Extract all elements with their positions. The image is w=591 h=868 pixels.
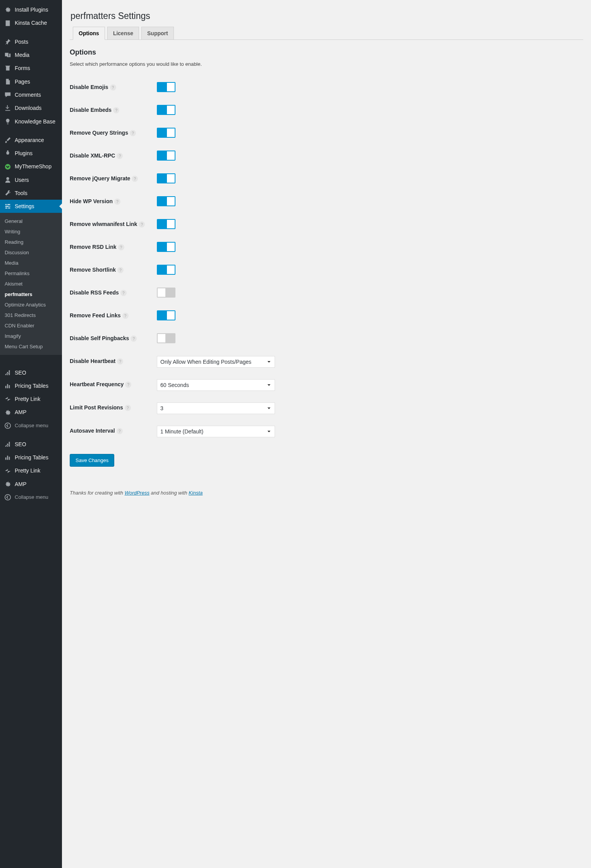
toggle-remove-feed-links[interactable]	[157, 310, 175, 320]
sidebar-item-install-plugins[interactable]: Install Plugins	[0, 3, 62, 16]
sidebar-item-seo[interactable]: SEO	[0, 438, 62, 451]
sidebar-item-label: Posts	[15, 39, 28, 45]
sidebar-item-label: Pricing Tables	[15, 383, 48, 389]
help-icon[interactable]: ?	[113, 107, 119, 113]
toggle-remove-rsd-link[interactable]	[157, 242, 175, 252]
bars-icon	[4, 454, 12, 461]
sidebar-item-knowledge-base[interactable]: Knowledge Base	[0, 115, 62, 128]
sliders-icon	[4, 203, 12, 210]
sidebar-item-downloads[interactable]: Downloads	[0, 101, 62, 115]
toggle-remove-shortlink[interactable]	[157, 265, 175, 275]
sidebar-item-amp[interactable]: AMP	[0, 478, 62, 491]
help-icon[interactable]: ?	[117, 358, 123, 365]
toggle-remove-wlwmanifest-link[interactable]	[157, 219, 175, 229]
sidebar-item-plugins[interactable]: Plugins	[0, 147, 62, 160]
help-icon[interactable]: ?	[139, 221, 145, 228]
select-heartbeat-frequency[interactable]: 60 Seconds	[157, 379, 275, 391]
sidebar-item-label: Users	[15, 177, 29, 183]
toggle-remove-jquery-migrate[interactable]	[157, 173, 175, 183]
submenu-item-menu-cart-setup[interactable]: Menu Cart Setup	[0, 341, 62, 352]
help-icon[interactable]: ?	[125, 382, 131, 388]
sidebar-item-label: Forms	[15, 65, 30, 71]
sidebar-item-settings[interactable]: Settings	[0, 200, 62, 213]
sidebar-item-label: Comments	[15, 92, 41, 98]
sidebar-item-label: MyThemeShop	[15, 163, 52, 169]
tab-license[interactable]: License	[107, 27, 139, 40]
submenu-item-imagify[interactable]: Imagify	[0, 331, 62, 341]
sidebar-item-pricing-tables[interactable]: Pricing Tables	[0, 451, 62, 464]
sidebar-item-collapse-menu[interactable]: Collapse menu	[0, 491, 62, 504]
wordpress-link[interactable]: WordPress	[125, 490, 149, 496]
sidebar-item-users[interactable]: Users	[0, 173, 62, 187]
sidebar-item-mythemeshop[interactable]: MyThemeShop	[0, 160, 62, 173]
select-disable-heartbeat[interactable]: Only Allow When Editing Posts/Pages	[157, 356, 275, 368]
option-label: Remove wlwmanifest Link?	[70, 213, 157, 236]
seo-icon	[4, 369, 12, 376]
submenu-item-akismet[interactable]: Akismet	[0, 279, 62, 289]
sidebar-item-label: Media	[15, 52, 29, 58]
option-label: Disable Heartbeat?	[70, 350, 157, 373]
help-icon[interactable]: ?	[125, 405, 131, 411]
admin-sidebar: Install PluginsKinsta CachePostsMediaFor…	[0, 0, 62, 868]
tab-options[interactable]: Options	[73, 27, 105, 40]
sidebar-item-amp[interactable]: AMP	[0, 406, 62, 419]
section-description: Select which performance options you wou…	[70, 61, 583, 67]
submenu-item-media[interactable]: Media	[0, 258, 62, 268]
submenu-item-301-redirects[interactable]: 301 Redirects	[0, 310, 62, 320]
save-changes-button[interactable]: Save Changes	[70, 454, 114, 467]
option-label: Remove Query Strings?	[70, 122, 157, 145]
toggle-remove-query-strings[interactable]	[157, 128, 175, 138]
star-icon	[4, 467, 12, 474]
toggle-disable-rss-feeds[interactable]	[157, 288, 175, 298]
sidebar-item-pretty-link[interactable]: Pretty Link	[0, 464, 62, 477]
help-icon[interactable]: ?	[117, 428, 123, 434]
submenu-item-cdn-enabler[interactable]: CDN Enabler	[0, 320, 62, 331]
toggle-hide-wp-version[interactable]	[157, 196, 175, 206]
help-icon[interactable]: ?	[122, 313, 129, 319]
kinsta-link[interactable]: Kinsta	[189, 490, 203, 496]
sidebar-item-label: Knowledge Base	[15, 118, 55, 125]
select-autosave-interval[interactable]: 1 Minute (Default)	[157, 426, 275, 437]
toggle-disable-emojis[interactable]	[157, 82, 175, 92]
toggle-disable-xml-rpc[interactable]	[157, 151, 175, 161]
sidebar-item-posts[interactable]: Posts	[0, 35, 62, 48]
help-icon[interactable]: ?	[130, 130, 136, 136]
help-icon[interactable]: ?	[131, 336, 137, 342]
submenu-item-permalinks[interactable]: Permalinks	[0, 268, 62, 279]
sidebar-item-pretty-link[interactable]: Pretty Link	[0, 392, 62, 406]
submenu-item-general[interactable]: General	[0, 216, 62, 226]
sidebar-item-label: Install Plugins	[15, 7, 48, 13]
submenu-item-reading[interactable]: Reading	[0, 237, 62, 247]
help-icon[interactable]: ?	[117, 153, 123, 159]
sidebar-item-forms[interactable]: Forms	[0, 62, 62, 75]
svg-point-1	[5, 495, 10, 500]
sidebar-item-pages[interactable]: Pages	[0, 75, 62, 88]
help-icon[interactable]: ?	[114, 199, 120, 205]
submenu-item-writing[interactable]: Writing	[0, 226, 62, 237]
sidebar-item-tools[interactable]: Tools	[0, 187, 62, 200]
submenu-item-discussion[interactable]: Discussion	[0, 247, 62, 258]
submenu-item-optimize-analytics[interactable]: Optimize Analytics	[0, 300, 62, 310]
help-icon[interactable]: ?	[132, 176, 138, 182]
sidebar-item-label: Pretty Link	[15, 396, 40, 402]
help-icon[interactable]: ?	[120, 290, 127, 296]
sidebar-item-kinsta-cache[interactable]: Kinsta Cache	[0, 16, 62, 29]
select-limit-post-revisions[interactable]: 3	[157, 402, 275, 414]
help-icon[interactable]: ?	[118, 244, 124, 250]
option-label: Hide WP Version?	[70, 190, 157, 213]
sidebar-item-appearance[interactable]: Appearance	[0, 134, 62, 147]
help-icon[interactable]: ?	[117, 267, 124, 273]
sidebar-item-pricing-tables[interactable]: Pricing Tables	[0, 379, 62, 392]
download-icon	[4, 104, 12, 111]
sidebar-item-media[interactable]: Media	[0, 48, 62, 62]
page-title: perfmatters Settings	[70, 11, 583, 21]
toggle-disable-self-pingbacks[interactable]	[157, 333, 175, 343]
tab-support[interactable]: Support	[141, 27, 174, 40]
submenu-item-perfmatters[interactable]: perfmatters	[0, 289, 62, 300]
sidebar-item-seo[interactable]: SEO	[0, 366, 62, 379]
sidebar-item-label: Plugins	[15, 150, 33, 156]
help-icon[interactable]: ?	[110, 84, 116, 91]
toggle-disable-embeds[interactable]	[157, 105, 175, 115]
sidebar-item-collapse-menu[interactable]: Collapse menu	[0, 419, 62, 432]
sidebar-item-comments[interactable]: Comments	[0, 88, 62, 101]
